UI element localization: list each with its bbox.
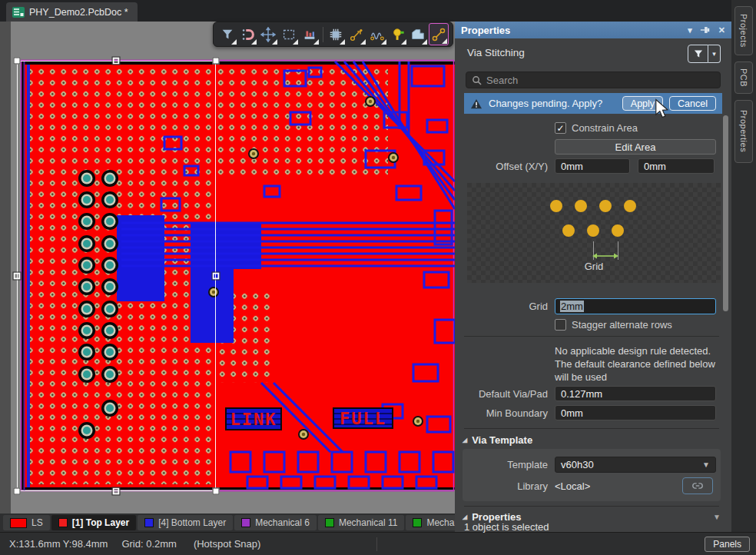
side-tab-pcb[interactable]: PCB	[734, 61, 753, 94]
pin-icon[interactable]	[700, 25, 711, 35]
design-rule-note: No applicable design rule detected. The …	[555, 344, 718, 384]
search-input[interactable]	[486, 75, 715, 86]
selection-handle-nw[interactable]	[14, 58, 21, 65]
layer-tab-top[interactable]: [1] Top Layer	[51, 515, 136, 530]
search-box	[466, 71, 721, 88]
default-via-pad-label: Default Via/Pad	[455, 388, 548, 400]
snap-magnet-icon[interactable]	[238, 23, 258, 45]
object-filter-dropdown[interactable]: ▾	[708, 45, 721, 63]
cursor-coordinates: X:131.6mm Y:98.4mm	[9, 538, 108, 550]
mouse-cursor	[655, 98, 668, 118]
grid-input[interactable]: 2mm	[555, 298, 716, 314]
pcb-canvas[interactable]: LINK FULL	[0, 22, 455, 513]
selection-handle-se[interactable]	[213, 488, 220, 495]
warning-icon	[470, 98, 482, 109]
offset-y-input[interactable]	[638, 158, 715, 174]
offset-x-input[interactable]	[555, 158, 630, 174]
link-icon	[691, 480, 704, 491]
cancel-button[interactable]: Cancel	[669, 96, 716, 111]
layer-set-tab[interactable]: LS	[3, 515, 50, 530]
panel-scrollbar[interactable]	[723, 115, 728, 311]
side-tab-label: PCB	[739, 64, 748, 91]
layer-tab-mech6[interactable]: Mechanical 6	[234, 515, 317, 530]
layer-tab-bar: LS [1] Top Layer [4] Bottom Layer Mechan…	[0, 513, 455, 532]
side-tab-projects[interactable]: Projects	[734, 6, 753, 55]
section-caret-icon[interactable]: ▼	[713, 513, 721, 521]
status-bar: X:131.6mm Y:98.4mm Grid: 0.2mm (Hotspot …	[0, 532, 756, 555]
panel-close-icon[interactable]: ✕	[718, 25, 725, 35]
via-template-section-header[interactable]: ◢ Via Template	[463, 434, 532, 446]
layer-color	[58, 518, 68, 527]
toolbar-separator	[323, 27, 323, 42]
selection-handle-s[interactable]	[113, 488, 120, 495]
selection-handle-w[interactable]	[14, 273, 21, 280]
via-preview	[550, 200, 562, 212]
stagger-checkbox[interactable]: ✓	[555, 319, 566, 331]
collapse-triangle-icon: ◢	[463, 513, 467, 520]
document-tab-title: PHY_Demo2.PcbDoc *	[29, 7, 128, 18]
selection-handle-sw[interactable]	[14, 488, 21, 495]
min-boundary-input[interactable]	[555, 405, 716, 420]
dropdown-caret-icon: ▼	[702, 460, 710, 469]
via-grid-diagram: Grid	[467, 183, 721, 283]
changes-pending-banner: Changes pending. Apply? Apply Cancel	[464, 93, 722, 114]
section-divider	[464, 506, 719, 507]
panel-title: Properties	[461, 25, 510, 36]
silkscreen-full-label: FULL	[333, 407, 393, 429]
grid-value-selected-text: 2mm	[560, 301, 584, 312]
area-select-icon[interactable]	[279, 23, 299, 45]
interactive-routing-icon[interactable]	[346, 23, 366, 45]
via-preview	[587, 224, 599, 237]
via-stitching-icon[interactable]	[429, 23, 449, 45]
layer-tab-bottom[interactable]: [4] Bottom Layer	[138, 515, 233, 530]
silkscreen-link-label: LINK	[225, 407, 282, 430]
stagger-label: Stagger alternate rows	[572, 319, 672, 331]
active-bar-toolbar	[213, 22, 453, 47]
pcbdoc-icon	[12, 6, 25, 18]
via-preview	[575, 200, 587, 212]
grid-dimension-arrow	[592, 251, 619, 261]
side-tab-label: Projects	[739, 9, 748, 52]
hotspot-snap-readout: (Hotspot Snap)	[194, 538, 260, 550]
side-tab-properties[interactable]: Properties	[734, 100, 753, 163]
section-divider	[464, 336, 719, 337]
min-boundary-label: Min Boundary	[455, 407, 548, 419]
via-preview	[562, 224, 575, 237]
selection-handle-n[interactable]	[113, 58, 120, 65]
object-filter-button[interactable]	[688, 45, 708, 63]
component-place-icon[interactable]	[327, 23, 346, 45]
selection-handle-e[interactable]	[213, 273, 220, 280]
via-template-header-label: Via Template	[472, 434, 532, 446]
filter-icon[interactable]	[217, 23, 237, 45]
object-filter-group: ▾	[688, 45, 721, 63]
layer-label: Mechanical 11	[339, 517, 398, 528]
selection-status: 1 object is selected	[464, 521, 549, 533]
polygon-pour-icon[interactable]	[408, 23, 428, 45]
layer-tab-mech15[interactable]: Mechanical 15	[406, 515, 455, 530]
library-link-button[interactable]	[682, 477, 713, 494]
altium-window: PHY_Demo2.PcbDoc *	[0, 0, 756, 555]
statusbar-divider	[376, 537, 377, 551]
template-value: v60h30	[561, 459, 594, 470]
panels-button[interactable]: Panels	[705, 537, 750, 552]
document-tab[interactable]: PHY_Demo2.PcbDoc *	[6, 2, 138, 22]
collapse-triangle-icon: ◢	[463, 437, 467, 444]
panel-tab-strip: Projects PCB Properties	[731, 0, 756, 532]
side-tab-label: Properties	[739, 105, 748, 157]
move-cross-icon[interactable]	[258, 23, 278, 45]
template-dropdown[interactable]: v60h30 ▼	[555, 457, 716, 473]
selection-rectangle[interactable]	[17, 61, 216, 491]
layer-set-label: LS	[32, 517, 43, 528]
via-icon[interactable]	[388, 23, 408, 45]
properties-panel-header: Properties ▾ ✕	[455, 22, 731, 38]
constrain-area-checkbox[interactable]: ✓	[555, 122, 566, 134]
search-icon	[472, 75, 482, 85]
banner-message: Changes pending. Apply?	[489, 98, 602, 109]
edit-area-button[interactable]: Edit Area	[555, 139, 716, 155]
selection-handle-ne[interactable]	[213, 58, 220, 65]
length-tuning-icon[interactable]	[367, 23, 387, 45]
board-insight-icon[interactable]	[300, 23, 320, 45]
layer-tab-mech11[interactable]: Mechanical 11	[318, 515, 405, 530]
default-via-pad-input[interactable]	[555, 386, 716, 401]
panel-menu-icon[interactable]: ▾	[688, 25, 692, 35]
